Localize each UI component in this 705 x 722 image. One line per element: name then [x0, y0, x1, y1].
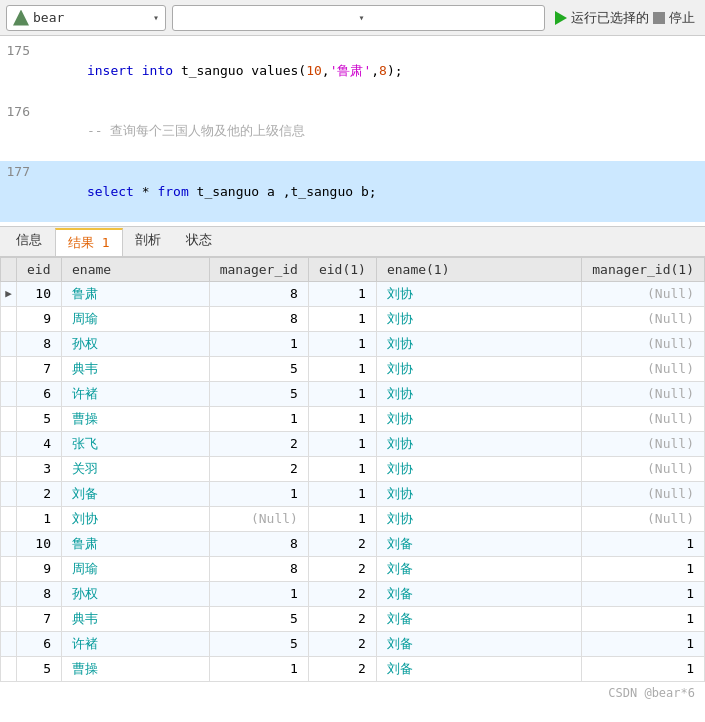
cell-manager-id: 8: [209, 531, 308, 556]
query-selector[interactable]: ▾: [172, 5, 545, 31]
db-selector[interactable]: bear ▾: [6, 5, 166, 31]
cell-ename: 鲁肃: [62, 531, 210, 556]
cell-eid1: 2: [308, 631, 376, 656]
db-tree-icon: [13, 10, 29, 26]
cell-eid1: 2: [308, 656, 376, 681]
cell-manager-id1: (Null): [582, 281, 705, 306]
tab-info[interactable]: 信息: [4, 227, 55, 256]
table-row: ▶10鲁肃81刘协(Null): [1, 281, 705, 306]
line-number-176: 176: [0, 104, 40, 119]
cell-ename1: 刘备: [376, 531, 581, 556]
tab-result1[interactable]: 结果 1: [55, 228, 123, 256]
tab-profile[interactable]: 剖析: [123, 227, 174, 256]
row-indicator: [1, 381, 17, 406]
table-row: 9周瑜81刘协(Null): [1, 306, 705, 331]
cell-eid1: 1: [308, 306, 376, 331]
val-lushu: '鲁肃': [330, 63, 372, 78]
cell-eid1: 1: [308, 406, 376, 431]
cell-eid1: 2: [308, 606, 376, 631]
cell-ename: 许褚: [62, 631, 210, 656]
line-number-175: 175: [0, 43, 40, 58]
cell-manager-id: 1: [209, 406, 308, 431]
cell-eid1: 2: [308, 556, 376, 581]
cell-manager-id1: (Null): [582, 431, 705, 456]
row-indicator: [1, 481, 17, 506]
cell-manager-id: 1: [209, 581, 308, 606]
watermark: CSDN @bear*6: [0, 682, 705, 704]
toolbar: bear ▾ ▾ 运行已选择的 停止: [0, 0, 705, 36]
code-line-177: 177 select * from t_sanguo a ,t_sanguo b…: [0, 161, 705, 222]
cell-ename1: 刘协: [376, 456, 581, 481]
row-indicator: ▶: [1, 281, 17, 306]
cell-ename: 刘备: [62, 481, 210, 506]
comma-2: ,: [371, 63, 379, 78]
row-indicator: [1, 606, 17, 631]
col-manager-id1: manager_id(1): [582, 257, 705, 281]
cell-manager-id: 8: [209, 281, 308, 306]
col-indicator: [1, 257, 17, 281]
cell-manager-id1: 1: [582, 631, 705, 656]
cell-eid: 3: [17, 456, 62, 481]
run-label: 运行已选择的: [571, 9, 649, 27]
row-indicator: [1, 356, 17, 381]
tab-status[interactable]: 状态: [174, 227, 225, 256]
cell-eid1: 2: [308, 531, 376, 556]
cell-ename1: 刘协: [376, 381, 581, 406]
cell-manager-id1: (Null): [582, 456, 705, 481]
line-content-175: insert into t_sanguo values(10,'鲁肃',8);: [40, 41, 403, 100]
run-button[interactable]: 运行已选择的 停止: [551, 7, 699, 29]
results-area: eid ename manager_id eid(1) ename(1) man…: [0, 257, 705, 704]
code-line-175: 175 insert into t_sanguo values(10,'鲁肃',…: [0, 40, 705, 101]
cell-manager-id: 5: [209, 381, 308, 406]
tab-bar: 信息 结果 1 剖析 状态: [0, 227, 705, 257]
cell-manager-id: 5: [209, 606, 308, 631]
cell-eid: 6: [17, 381, 62, 406]
cell-ename1: 刘备: [376, 556, 581, 581]
cell-eid: 5: [17, 406, 62, 431]
cell-eid1: 1: [308, 356, 376, 381]
row-indicator: [1, 631, 17, 656]
line-content-177: select * from t_sanguo a ,t_sanguo b;: [40, 162, 377, 221]
stop-label: 停止: [669, 9, 695, 27]
cell-eid: 4: [17, 431, 62, 456]
cell-eid: 6: [17, 631, 62, 656]
cell-eid: 2: [17, 481, 62, 506]
cell-ename1: 刘备: [376, 656, 581, 681]
row-indicator: [1, 431, 17, 456]
cell-manager-id1: 1: [582, 581, 705, 606]
cell-manager-id: 2: [209, 431, 308, 456]
table-row: 5曹操11刘协(Null): [1, 406, 705, 431]
cell-ename: 许褚: [62, 381, 210, 406]
cell-eid1: 1: [308, 456, 376, 481]
stop-icon: [653, 12, 665, 24]
cell-eid: 10: [17, 281, 62, 306]
cell-eid1: 1: [308, 481, 376, 506]
row-indicator: [1, 331, 17, 356]
table-row: 8孙权11刘协(Null): [1, 331, 705, 356]
cell-eid1: 1: [308, 431, 376, 456]
star-from: *: [134, 184, 157, 199]
cell-ename1: 刘备: [376, 631, 581, 656]
cell-manager-id: 5: [209, 631, 308, 656]
val-8: 8: [379, 63, 387, 78]
cell-ename: 孙权: [62, 331, 210, 356]
cell-manager-id: 1: [209, 656, 308, 681]
cell-ename: 典韦: [62, 356, 210, 381]
table-row: 10鲁肃82刘备1: [1, 531, 705, 556]
tab-info-label: 信息: [16, 232, 42, 247]
cell-manager-id: 1: [209, 331, 308, 356]
tab-status-label: 状态: [186, 232, 212, 247]
cell-eid: 7: [17, 606, 62, 631]
cell-ename: 刘协: [62, 506, 210, 531]
kw-from: from: [157, 184, 188, 199]
row-indicator: [1, 306, 17, 331]
table-row: 5曹操12刘备1: [1, 656, 705, 681]
db-name-label: bear: [33, 10, 149, 25]
cell-manager-id: 8: [209, 306, 308, 331]
cell-manager-id1: 1: [582, 656, 705, 681]
cell-manager-id: 8: [209, 556, 308, 581]
cell-manager-id1: (Null): [582, 506, 705, 531]
cell-ename1: 刘协: [376, 356, 581, 381]
cell-ename1: 刘协: [376, 481, 581, 506]
cell-ename: 鲁肃: [62, 281, 210, 306]
